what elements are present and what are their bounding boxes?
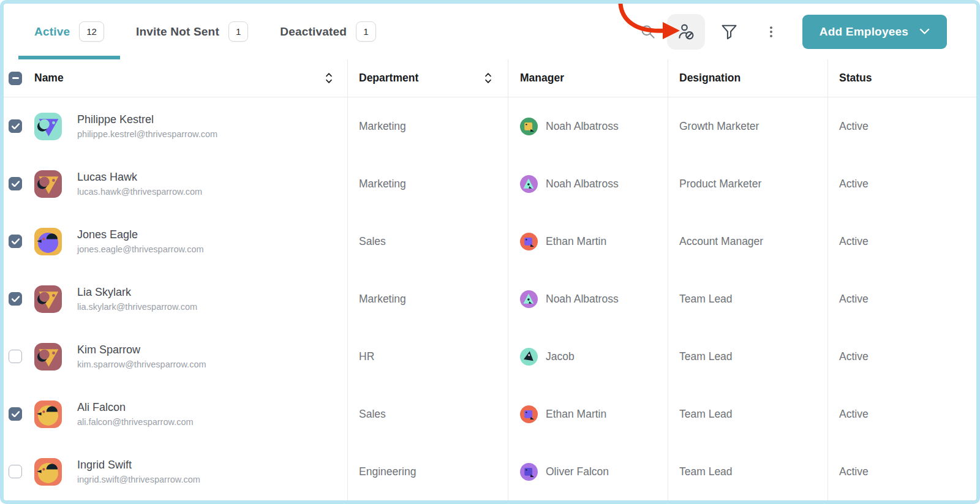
row-checkbox[interactable] [9, 235, 22, 248]
table-row[interactable]: Jones Eagle jones.eagle@thrivesparrow.co… [4, 213, 976, 270]
manager-avatar [520, 233, 538, 250]
manager-avatar [520, 290, 538, 308]
employee-name: Ali Falcon [77, 401, 194, 414]
chevron-down-icon [919, 28, 930, 35]
tab-deactivated-count-badge: 1 [356, 21, 375, 42]
employee-avatar [34, 343, 62, 370]
table-row[interactable]: Lucas Hawk lucas.hawk@thrivesparrow.com … [4, 155, 976, 213]
status-cell: Active [827, 443, 976, 500]
employee-avatar [34, 401, 62, 428]
table-body: Philippe Kestrel philippe.kestrel@thrive… [4, 97, 976, 500]
add-employees-button[interactable]: Add Employees [802, 15, 947, 49]
deactivate-user-icon [677, 23, 695, 41]
table-row[interactable]: Lia Skylark lia.skylark@thrivesparrow.co… [4, 270, 976, 328]
designation-cell: Product Marketer [668, 155, 827, 213]
table-row[interactable]: Ali Falcon ali.falcon@thrivesparrow.com … [4, 385, 976, 443]
status-cell: Active [827, 97, 976, 155]
status-cell: Active [827, 155, 976, 213]
manager-name: Jacob [546, 350, 575, 363]
employee-email: philippe.kestrel@thrivesparrow.com [77, 129, 217, 139]
add-employees-label: Add Employees [820, 25, 908, 39]
table-row[interactable]: Philippe Kestrel philippe.kestrel@thrive… [4, 97, 976, 155]
search-button[interactable] [639, 23, 656, 40]
department-cell: Marketing [347, 97, 508, 155]
name-cell: Lia Skylark lia.skylark@thrivesparrow.co… [4, 270, 347, 328]
manager-cell: Noah Albatross [508, 155, 668, 213]
employee-name: Jones Eagle [77, 228, 204, 241]
employee-email: ali.falcon@thrivesparrow.com [77, 417, 194, 427]
row-checkbox[interactable] [9, 177, 22, 190]
employee-email: jones.eagle@thrivesparrow.com [77, 244, 204, 254]
column-header-manager: Manager [508, 59, 668, 97]
manager-cell: Noah Albatross [508, 97, 668, 155]
designation-cell: Team Lead [668, 443, 827, 500]
employee-name: Kim Sparrow [77, 344, 206, 356]
deactivate-user-button[interactable] [667, 14, 705, 50]
manager-avatar [520, 118, 538, 135]
employee-avatar [34, 458, 62, 486]
status-cell: Active [827, 385, 976, 443]
tab-invite-not-sent-count-badge: 1 [228, 21, 248, 42]
manager-avatar [520, 463, 538, 481]
tab-invite-not-sent[interactable]: Invite Not Sent 1 [120, 4, 264, 59]
designation-cell: Team Lead [668, 270, 827, 328]
designation-cell: Team Lead [668, 385, 827, 443]
employee-name: Philippe Kestrel [77, 113, 217, 126]
filter-icon [720, 22, 739, 41]
employee-avatar [34, 113, 62, 140]
employee-name: Lia Skylark [77, 286, 197, 299]
department-cell: HR [347, 328, 508, 385]
row-checkbox[interactable] [9, 407, 22, 421]
table-header: Name Department Manager Designation Stat… [4, 59, 976, 97]
tab-active[interactable]: Active 12 [18, 4, 120, 59]
manager-name: Noah Albatross [546, 293, 619, 306]
status-cell: Active [827, 328, 976, 385]
search-icon [639, 23, 656, 40]
table-row[interactable]: Ingrid Swift ingrid.swift@thrivesparrow.… [4, 443, 976, 500]
tab-active-label: Active [34, 25, 70, 39]
tab-deactivated[interactable]: Deactivated 1 [264, 4, 391, 59]
department-cell: Sales [347, 213, 508, 270]
column-header-department: Department [347, 59, 508, 97]
manager-cell: Jacob [508, 328, 668, 385]
column-header-designation-label: Designation [679, 72, 741, 85]
topbar: Active 12 Invite Not Sent 1 Deactivated … [4, 4, 976, 59]
manager-name: Noah Albatross [546, 178, 619, 190]
status-cell: Active [827, 270, 976, 328]
manager-avatar [520, 175, 538, 193]
manager-avatar [520, 405, 538, 423]
department-cell: Engineering [347, 443, 508, 500]
app-frame: Active 12 Invite Not Sent 1 Deactivated … [0, 0, 980, 504]
select-all-checkbox[interactable] [9, 72, 22, 85]
column-header-status-label: Status [839, 72, 872, 85]
column-header-department-label: Department [359, 72, 418, 85]
employee-email: kim.sparrow@thrivesparrow.com [77, 359, 206, 369]
employee-email: lia.skylark@thrivesparrow.com [77, 302, 197, 312]
row-checkbox[interactable] [9, 465, 22, 478]
name-cell: Philippe Kestrel philippe.kestrel@thrive… [4, 97, 347, 155]
row-checkbox[interactable] [9, 350, 22, 363]
row-checkbox[interactable] [9, 119, 22, 133]
column-header-name-label: Name [34, 72, 64, 85]
designation-cell: Account Manager [668, 213, 827, 270]
more-options-button[interactable] [764, 24, 778, 40]
sort-department-icon[interactable] [484, 72, 492, 84]
tab-invite-not-sent-label: Invite Not Sent [136, 25, 219, 39]
employee-name: Lucas Hawk [77, 171, 202, 184]
row-checkbox[interactable] [9, 292, 22, 306]
filter-button[interactable] [720, 22, 739, 41]
column-header-designation: Designation [668, 59, 827, 97]
employee-email: lucas.hawk@thrivesparrow.com [77, 187, 202, 197]
name-cell: Ali Falcon ali.falcon@thrivesparrow.com [4, 385, 347, 443]
manager-name: Ethan Martin [546, 408, 606, 421]
sort-name-icon[interactable] [325, 72, 333, 84]
status-cell: Active [827, 213, 976, 270]
manager-cell: Oliver Falcon [508, 443, 668, 500]
manager-name: Oliver Falcon [546, 465, 609, 478]
manager-cell: Ethan Martin [508, 213, 668, 270]
manager-cell: Ethan Martin [508, 385, 668, 443]
employee-name: Ingrid Swift [77, 459, 200, 472]
table-row[interactable]: Kim Sparrow kim.sparrow@thrivesparrow.co… [4, 328, 976, 385]
name-cell: Kim Sparrow kim.sparrow@thrivesparrow.co… [4, 328, 347, 385]
department-cell: Marketing [347, 270, 508, 328]
